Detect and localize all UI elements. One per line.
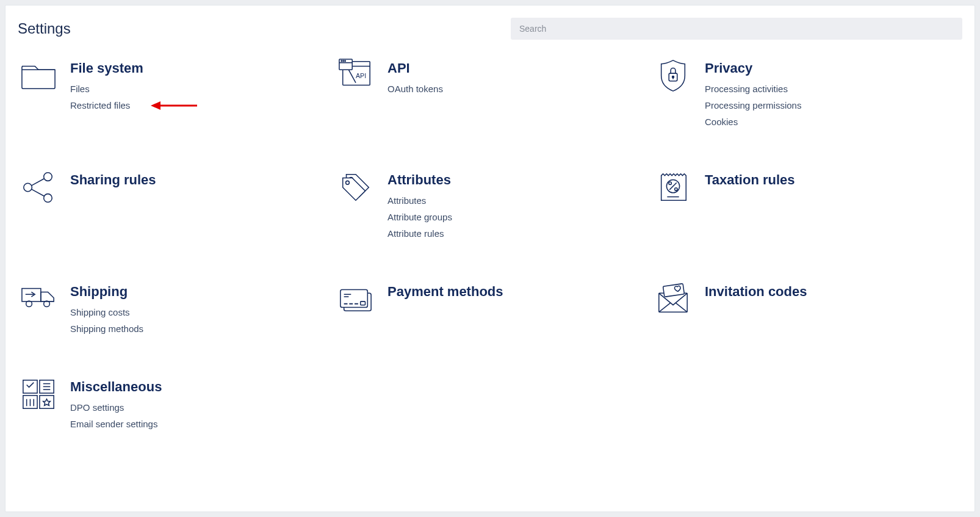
link-attribute-rules[interactable]: Attribute rules [387, 228, 643, 239]
svg-point-16 [44, 173, 52, 181]
card-title-payment-methods[interactable]: Payment methods [387, 284, 643, 300]
svg-rect-28 [22, 289, 41, 302]
svg-line-19 [31, 179, 44, 186]
credit-card-icon [337, 281, 374, 318]
svg-point-18 [24, 183, 32, 192]
settings-grid: File system Files Restricted files [18, 58, 962, 435]
card-file-system: File system Files Restricted files [20, 58, 325, 133]
svg-rect-47 [40, 396, 54, 408]
svg-line-26 [669, 183, 677, 190]
link-email-sender-settings[interactable]: Email sender settings [70, 419, 325, 429]
svg-line-42 [676, 303, 687, 312]
link-processing-activities[interactable]: Processing activities [705, 84, 960, 94]
svg-point-9 [341, 60, 342, 62]
card-title-taxation-rules[interactable]: Taxation rules [705, 172, 960, 188]
card-title-attributes[interactable]: Attributes [387, 172, 643, 188]
envelope-heart-icon [655, 281, 691, 318]
link-restricted-files[interactable]: Restricted files [70, 100, 325, 110]
link-attribute-groups[interactable]: Attribute groups [387, 212, 643, 222]
card-title-shipping[interactable]: Shipping [70, 284, 325, 300]
shield-lock-icon [655, 58, 691, 95]
svg-point-17 [44, 194, 52, 203]
tag-icon [337, 170, 374, 206]
card-sharing-rules: Sharing rules [20, 170, 325, 245]
truck-icon [20, 281, 57, 318]
settings-panel: Settings File system Files Restricted fi… [5, 5, 975, 512]
folder-icon [20, 58, 57, 95]
svg-point-25 [675, 188, 677, 190]
card-title-invitation-codes[interactable]: Invitation codes [705, 284, 960, 300]
page-title: Settings [18, 20, 71, 37]
svg-rect-43 [663, 284, 684, 297]
share-icon [20, 170, 57, 206]
link-shipping-costs[interactable]: Shipping costs [70, 307, 325, 317]
link-dpo-settings[interactable]: DPO settings [70, 402, 325, 413]
card-title-miscellaneous[interactable]: Miscellaneous [70, 379, 325, 395]
api-icon: API [337, 58, 374, 95]
card-attributes: Attributes Attributes Attribute groups A… [337, 170, 643, 245]
receipt-percent-icon [655, 170, 691, 206]
svg-point-24 [669, 182, 671, 184]
svg-line-20 [31, 189, 44, 197]
header-row: Settings [18, 18, 962, 40]
card-title-file-system[interactable]: File system [70, 60, 325, 76]
search-input[interactable] [511, 18, 962, 40]
link-attributes[interactable]: Attributes [387, 195, 643, 206]
card-payment-methods: Payment methods [337, 281, 643, 340]
link-shipping-methods[interactable]: Shipping methods [70, 324, 325, 334]
svg-line-41 [659, 303, 671, 312]
card-title-privacy[interactable]: Privacy [705, 60, 960, 76]
link-cookies[interactable]: Cookies [705, 117, 960, 127]
card-invitation-codes: Invitation codes [655, 281, 960, 340]
link-processing-permissions[interactable]: Processing permissions [705, 100, 960, 110]
link-oauth-tokens[interactable]: OAuth tokens [387, 84, 643, 94]
card-title-sharing-rules[interactable]: Sharing rules [70, 172, 325, 188]
card-shipping: Shipping Shipping costs Shipping methods [20, 281, 325, 340]
grid-misc-icon [20, 377, 57, 413]
svg-point-11 [345, 60, 346, 62]
card-api: API API OAuth tokens [337, 58, 643, 133]
card-title-api[interactable]: API [387, 60, 643, 76]
svg-text:API: API [356, 72, 366, 79]
svg-point-10 [343, 60, 344, 62]
link-files[interactable]: Files [70, 84, 325, 94]
card-taxation-rules: Taxation rules [655, 170, 960, 245]
card-miscellaneous: Miscellaneous DPO settings Email sender … [20, 377, 325, 435]
card-privacy: Privacy Processing activities Processing… [655, 58, 960, 133]
